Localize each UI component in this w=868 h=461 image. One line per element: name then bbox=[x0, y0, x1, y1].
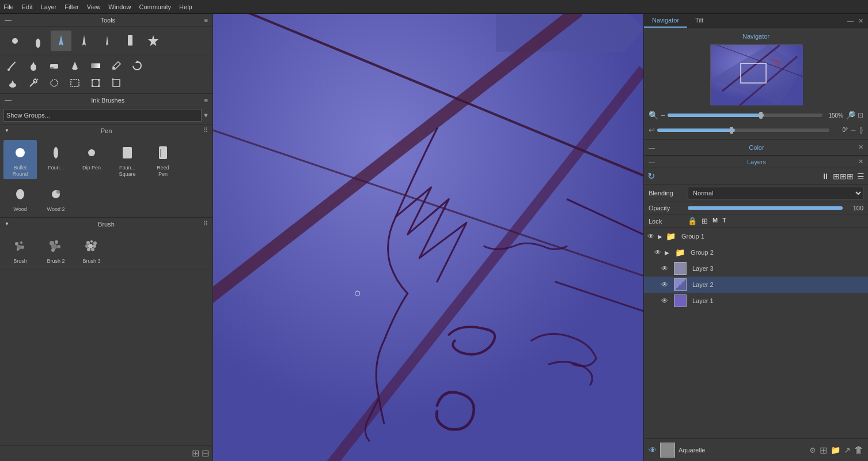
brush-section-header[interactable]: ▼ Brush ⠿ bbox=[0, 218, 213, 230]
brush-found1[interactable]: Foun... bbox=[39, 140, 73, 179]
zoom-slider[interactable] bbox=[668, 114, 822, 117]
bottom-settings-icon[interactable]: ⚙ bbox=[809, 446, 816, 455]
menu-filter[interactable]: Filter bbox=[65, 3, 78, 10]
layer-arrow-group1: ▶ bbox=[658, 233, 662, 240]
nav-tab-close-icon[interactable]: ✕ bbox=[858, 17, 863, 25]
layer-eye-group1[interactable]: 👁 bbox=[647, 232, 654, 240]
bottom-eye-icon[interactable]: 👁 bbox=[649, 445, 657, 455]
brush-section-arrow: ▼ bbox=[5, 221, 9, 226]
eyedropper-tool[interactable] bbox=[108, 58, 124, 74]
brush-brush-grid: Brush bbox=[0, 230, 213, 270]
layer-eye-layer2[interactable]: 👁 bbox=[661, 281, 668, 289]
brush-brush3[interactable]: Brush 3 bbox=[75, 233, 108, 266]
crop-tool[interactable] bbox=[108, 75, 124, 91]
layers-refresh-icon[interactable]: ↻ bbox=[647, 171, 655, 182]
inkdrop-tool[interactable] bbox=[25, 58, 41, 74]
menu-window[interactable]: Window bbox=[108, 3, 131, 10]
brush-preset-star[interactable] bbox=[143, 31, 164, 51]
tools-menu-icon[interactable]: ≡ bbox=[204, 17, 208, 24]
brush-brush1[interactable]: Brush bbox=[3, 233, 37, 266]
pen-section-header[interactable]: ▼ Pen ⠿ bbox=[0, 124, 213, 137]
transform-tool[interactable] bbox=[129, 58, 145, 74]
brush-preset-6[interactable] bbox=[120, 31, 141, 51]
brush-bullet[interactable]: BulletRound bbox=[3, 140, 37, 179]
rotate-arrow-icon[interactable]: ⟫ bbox=[859, 126, 863, 134]
layer-eye-group2[interactable]: 👁 bbox=[654, 248, 661, 256]
rotate-flip-h-icon[interactable]: ↔ bbox=[850, 126, 857, 134]
lock-checkered-icon[interactable]: ⊞ bbox=[702, 217, 708, 225]
magic-wand-tool[interactable] bbox=[25, 75, 41, 91]
menu-file[interactable]: File bbox=[3, 3, 14, 10]
brush-reed-pen[interactable]: ReedPen bbox=[146, 140, 180, 179]
brush-dip-pen[interactable]: Dip Pen bbox=[75, 140, 108, 179]
menu-help[interactable]: Help bbox=[179, 3, 192, 10]
eraser-tool[interactable] bbox=[46, 58, 62, 74]
color-close-icon[interactable]: ✕ bbox=[858, 143, 863, 151]
menu-edit[interactable]: Edit bbox=[22, 3, 33, 10]
lasso-tool[interactable] bbox=[46, 75, 62, 91]
brush-brush2[interactable]: Brush 2 bbox=[39, 233, 73, 266]
lock-m-label[interactable]: M bbox=[712, 217, 718, 225]
brush-preset-5[interactable] bbox=[97, 31, 117, 51]
fill2-tool[interactable] bbox=[5, 75, 21, 91]
panel-delete-icon[interactable]: ⊟ bbox=[202, 448, 209, 459]
gradient-tool[interactable] bbox=[88, 58, 104, 74]
menu-layer[interactable]: Layer bbox=[41, 3, 57, 10]
canvas-area[interactable] bbox=[213, 14, 643, 461]
color-collapse-icon[interactable]: — bbox=[649, 144, 655, 151]
pen-section-menu-icon[interactable]: ⠿ bbox=[203, 127, 208, 134]
layer-eye-layer3[interactable]: 👁 bbox=[661, 264, 668, 273]
brush-tool[interactable] bbox=[5, 58, 21, 74]
zoom-fit-icon[interactable]: ⊡ bbox=[858, 111, 863, 119]
layers-grid-icon[interactable]: ⊞⊞⊞ bbox=[833, 172, 854, 181]
layer-item-group1[interactable]: 👁 ▶ 📁 Group 1 bbox=[644, 228, 868, 244]
select-transform-tool[interactable] bbox=[88, 75, 104, 91]
ink-brushes-collapse[interactable]: — bbox=[5, 96, 12, 104]
layer-eye-layer1[interactable]: 👁 bbox=[661, 297, 668, 305]
brush-section-menu-icon[interactable]: ⠿ bbox=[203, 220, 208, 228]
lock-lock-icon[interactable]: 🔒 bbox=[688, 217, 697, 225]
nav-tab-menu-icon[interactable]: — bbox=[847, 17, 854, 25]
layer-item-layer2[interactable]: 👁 Layer 2 bbox=[644, 277, 868, 293]
rotate-controls: ↩ 0° ↔ ⟫ bbox=[649, 126, 863, 134]
rotate-icon[interactable]: ↩ bbox=[649, 126, 655, 134]
bottom-add-icon[interactable]: ⊞ bbox=[820, 445, 827, 456]
brush-wood2[interactable]: Wood 2 bbox=[39, 182, 73, 214]
layers-section: — Layers ✕ ↻ ⏸ ⊞⊞⊞ ☰ Blending Normal bbox=[644, 156, 868, 461]
fill-tool[interactable] bbox=[67, 58, 83, 74]
zoom-minus-icon[interactable]: 🔍 bbox=[649, 111, 658, 120]
menu-community[interactable]: Community bbox=[139, 3, 171, 10]
brush-preset-3[interactable] bbox=[51, 31, 71, 51]
brush-preset-2[interactable] bbox=[28, 31, 48, 51]
bottom-export-icon[interactable]: ↗ bbox=[844, 445, 851, 455]
menu-view[interactable]: View bbox=[87, 3, 101, 10]
layer-item-layer3[interactable]: 👁 Layer 3 bbox=[644, 260, 868, 277]
layer-item-group2[interactable]: 👁 ▶ 📁 Group 2 bbox=[644, 244, 868, 260]
zoom-reset-icon[interactable]: 🔎 bbox=[846, 111, 855, 120]
brush-preset-1[interactable] bbox=[5, 31, 25, 51]
layers-collapse-icon[interactable]: — bbox=[649, 158, 655, 165]
brush-found2[interactable]: Foun...Square bbox=[111, 140, 144, 179]
tools-collapse-icon[interactable]: — bbox=[5, 16, 12, 24]
panel-add-icon[interactable]: ⊞ bbox=[192, 448, 199, 459]
brush-preset-4[interactable] bbox=[74, 31, 94, 51]
lock-t-label[interactable]: T bbox=[722, 217, 726, 225]
brush-wood[interactable]: Wood bbox=[3, 182, 37, 214]
layers-settings-icon[interactable]: ☰ bbox=[857, 172, 865, 181]
layer-item-layer1[interactable]: 👁 Layer 1 bbox=[644, 293, 868, 309]
bottom-folder-icon[interactable]: 📁 bbox=[831, 445, 840, 455]
layers-pause-icon[interactable]: ⏸ bbox=[821, 172, 829, 181]
ink-brushes-menu[interactable]: ≡ bbox=[204, 97, 208, 104]
blending-select[interactable]: Normal bbox=[688, 187, 863, 199]
bottom-delete-icon[interactable]: 🗑 bbox=[854, 445, 863, 455]
opacity-slider[interactable] bbox=[688, 206, 843, 210]
tab-tilt[interactable]: Tilt bbox=[687, 14, 711, 28]
rotate-slider[interactable] bbox=[657, 129, 829, 132]
select-rect-tool[interactable] bbox=[67, 75, 83, 91]
zoom-percent-label: 150% bbox=[825, 112, 843, 119]
show-groups-select[interactable]: Show Groups... bbox=[3, 109, 202, 122]
layers-close-icon[interactable]: ✕ bbox=[858, 158, 863, 165]
brush-wood-label: Wood bbox=[13, 206, 26, 213]
zoom-minus-label[interactable]: − bbox=[661, 111, 665, 120]
tab-navigator[interactable]: Navigator bbox=[644, 14, 687, 28]
